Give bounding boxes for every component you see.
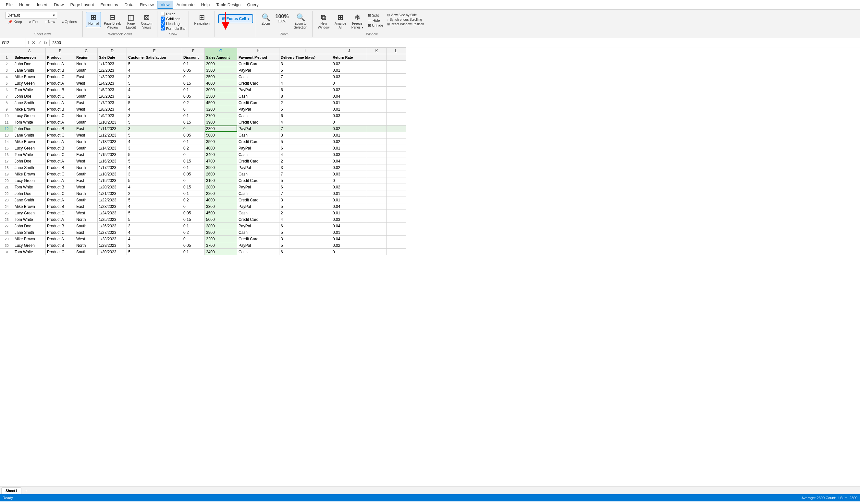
table-row[interactable]: 9Mike BrownProduct BWest1/8/2023403200Pa… (0, 106, 406, 113)
cell-r24-c12[interactable] (387, 203, 406, 210)
cell-r9-c7[interactable]: 3200 (205, 106, 237, 113)
col-header-I[interactable]: I (280, 48, 331, 54)
spreadsheet-container[interactable]: ABCDEFGHIJKL1SalespersonProductRegionSal… (0, 47, 860, 487)
cell-r11-c7[interactable]: 3900 (205, 119, 237, 125)
cell-r19-c5[interactable]: 3 (127, 171, 182, 177)
table-row[interactable]: 10Lucy GreenProduct CNorth1/9/202330.127… (0, 113, 406, 119)
cell-r2-c8[interactable]: Credit Card (237, 61, 280, 67)
cell-r5-c1[interactable]: Lucy Green (13, 80, 46, 87)
cell-r4-c7[interactable]: 2500 (205, 74, 237, 80)
cell-r4-c5[interactable]: 3 (127, 74, 182, 80)
cell-r6-c11[interactable] (367, 87, 387, 93)
cell-r5-c8[interactable]: Credit Card (237, 80, 280, 87)
cell-r28-c1[interactable]: Jane Smith (13, 229, 46, 236)
cell-r16-c12[interactable] (387, 151, 406, 158)
cell-r8-c10[interactable]: 0.01 (331, 100, 367, 106)
cell-r23-c5[interactable]: 5 (127, 197, 182, 203)
cell-r24-c6[interactable]: 0 (182, 203, 205, 210)
cell-r17-c11[interactable] (367, 158, 387, 164)
cell-r5-c3[interactable]: West (75, 80, 98, 87)
cell-r2-c7[interactable]: 2000 (205, 61, 237, 67)
cell-r7-c3[interactable]: South (75, 93, 98, 100)
cell-r24-c4[interactable]: 1/23/2023 (98, 203, 127, 210)
cell-r19-c6[interactable]: 0.05 (182, 171, 205, 177)
cell-r9-c8[interactable]: PayPal (237, 106, 280, 113)
cell-r27-c9[interactable]: 6 (280, 223, 331, 229)
cell-r27-c4[interactable]: 1/26/2023 (98, 223, 127, 229)
cell-r6-c4[interactable]: 1/5/2023 (98, 87, 127, 93)
cell-r14-c5[interactable]: 4 (127, 138, 182, 145)
cell-r29-c3[interactable]: West (75, 236, 98, 242)
cell-r10-c12[interactable] (387, 113, 406, 119)
cell-r12-c1[interactable]: John Doe (13, 125, 46, 132)
cell-r11-c11[interactable] (367, 119, 387, 125)
cell-r20-c10[interactable]: 0 (331, 177, 367, 184)
cell-r24-c1[interactable]: Mike Brown (13, 203, 46, 210)
cell-r30-c6[interactable]: 0.05 (182, 242, 205, 249)
page-break-preview-button[interactable]: ⊟ Page BreakPreview (102, 12, 123, 31)
cell-r17-c6[interactable]: 0.15 (182, 158, 205, 164)
table-row[interactable]: 6Tom WhiteProduct BNorth1/5/202340.13000… (0, 87, 406, 93)
cell-r25-c2[interactable]: Product C (46, 210, 75, 216)
cell-r28-c10[interactable]: 0.01 (331, 229, 367, 236)
normal-view-button[interactable]: ⊞ Normal (86, 12, 101, 27)
page-layout-button[interactable]: ◫ PageLayout (124, 12, 138, 31)
cell-r23-c4[interactable]: 1/22/2023 (98, 197, 127, 203)
cell-r8-c12[interactable] (387, 100, 406, 106)
cell-r31-c3[interactable]: South (75, 249, 98, 255)
cell-r4-c2[interactable]: Product C (46, 74, 75, 80)
cell-r9-c4[interactable]: 1/8/2023 (98, 106, 127, 113)
view-side-by-side-button[interactable]: ⊟ View Side by Side (386, 13, 428, 17)
cell-r8-c3[interactable]: East (75, 100, 98, 106)
cell-r5-c10[interactable]: 0 (331, 80, 367, 87)
cell-r12-c7[interactable]: 2300 (205, 125, 237, 132)
cell-r5-c9[interactable]: 4 (280, 80, 331, 87)
header-cell-9[interactable]: Delivery Time (days) (280, 54, 331, 61)
cell-r28-c3[interactable]: East (75, 229, 98, 236)
cell-r12-c3[interactable]: East (75, 125, 98, 132)
options-button[interactable]: ≡ Options (59, 19, 80, 25)
cell-r17-c3[interactable]: West (75, 158, 98, 164)
table-row[interactable]: 7John DoeProduct CSouth1/6/202320.051500… (0, 93, 406, 100)
cell-r14-c8[interactable]: Credit Card (237, 138, 280, 145)
table-row[interactable]: 16Tom WhiteProduct CEast1/15/2023503400C… (0, 151, 406, 158)
cell-r18-c4[interactable]: 1/17/2023 (98, 164, 127, 171)
cell-r26-c9[interactable]: 4 (280, 216, 331, 223)
cell-r15-c9[interactable]: 6 (280, 145, 331, 151)
cell-r21-c3[interactable]: West (75, 184, 98, 190)
cell-r18-c9[interactable]: 3 (280, 164, 331, 171)
cell-r29-c10[interactable]: 0.04 (331, 236, 367, 242)
ruler-checkbox-label[interactable]: Ruler (161, 12, 186, 16)
cell-r22-c4[interactable]: 1/21/2023 (98, 190, 127, 197)
cell-r13-c3[interactable]: West (75, 132, 98, 138)
cell-r16-c4[interactable]: 1/15/2023 (98, 151, 127, 158)
cell-r3-c8[interactable]: PayPal (237, 67, 280, 74)
cell-r6-c1[interactable]: Tom White (13, 87, 46, 93)
cell-r15-c6[interactable]: 0.2 (182, 145, 205, 151)
cell-r21-c11[interactable] (367, 184, 387, 190)
cell-r14-c3[interactable]: North (75, 138, 98, 145)
cell-r8-c8[interactable]: Credit Card (237, 100, 280, 106)
cell-r3-c11[interactable] (367, 67, 387, 74)
cell-r24-c11[interactable] (367, 203, 387, 210)
cell-r31-c7[interactable]: 2400 (205, 249, 237, 255)
table-row[interactable]: 14Mike BrownProduct ANorth1/13/202340.13… (0, 138, 406, 145)
reset-window-position-button[interactable]: ⊞ Reset Window Position (386, 22, 428, 26)
cell-r5-c6[interactable]: 0.15 (182, 80, 205, 87)
cell-r25-c12[interactable] (387, 210, 406, 216)
cell-r13-c11[interactable] (367, 132, 387, 138)
cell-r3-c3[interactable]: South (75, 67, 98, 74)
cell-r4-c11[interactable] (367, 74, 387, 80)
cell-r9-c1[interactable]: Mike Brown (13, 106, 46, 113)
menu-item-view[interactable]: View (157, 1, 173, 9)
table-row[interactable]: 24Mike BrownProduct BEast1/23/2023403300… (0, 203, 406, 210)
cell-r15-c12[interactable] (387, 145, 406, 151)
cell-r10-c6[interactable]: 0.1 (182, 113, 205, 119)
cell-r5-c7[interactable]: 4000 (205, 80, 237, 87)
table-row[interactable]: 19Mike BrownProduct CSouth1/18/202330.05… (0, 171, 406, 177)
cell-r27-c12[interactable] (387, 223, 406, 229)
cell-r2-c5[interactable]: 5 (127, 61, 182, 67)
cell-r3-c9[interactable]: 5 (280, 67, 331, 74)
cell-r22-c1[interactable]: John Doe (13, 190, 46, 197)
cell-r30-c12[interactable] (387, 242, 406, 249)
